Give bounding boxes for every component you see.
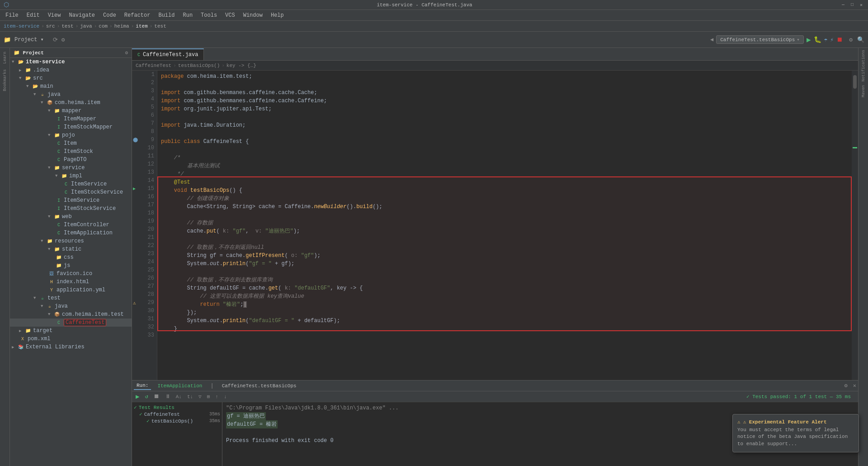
bc-item[interactable]: item	[136, 24, 147, 29]
tree-item-pagedto[interactable]: CPageDTO	[10, 156, 132, 164]
tree-item-item-service[interactable]: ▼📂item-service	[10, 58, 132, 66]
tree-item-impl[interactable]: ▼📁impl	[10, 172, 132, 180]
tree-item-java2[interactable]: ▼☕java	[10, 302, 132, 310]
tree-item-com-heima-test[interactable]: ▼📦com.heima.item.test	[10, 310, 132, 319]
tree-item-target[interactable]: ▶📁target	[10, 327, 132, 335]
run-btn[interactable]: ▶	[134, 392, 141, 401]
settings2-icon[interactable]: ⚙	[849, 36, 853, 43]
menu-window[interactable]: Window	[240, 11, 266, 19]
menu-tools[interactable]: Tools	[197, 11, 221, 19]
tree-item-item[interactable]: CItem	[10, 139, 132, 147]
right-vtab-maven[interactable]: Maven	[861, 85, 866, 97]
tree-item-itemapplication[interactable]: CItemApplication	[10, 229, 132, 237]
vtab-bookmarks[interactable]: Bookmarks	[3, 67, 7, 93]
settings-icon[interactable]: ⚙	[61, 36, 65, 43]
tree-item-mapper[interactable]: ▼📁mapper	[10, 107, 132, 115]
tree-item-pojo[interactable]: ▼📁pojo	[10, 131, 132, 139]
menu-help[interactable]: Help	[267, 11, 288, 19]
run-prev-icon[interactable]: ◀	[710, 36, 713, 43]
tree-item-itemstock[interactable]: CItemStock	[10, 147, 132, 156]
vtab-learn[interactable]: Learn	[3, 50, 7, 66]
tree-item-itemstockservice-iface[interactable]: IItemStockService	[10, 204, 132, 213]
ebread-caffeinetest[interactable]: CaffeineTest	[136, 63, 171, 68]
bc-heima[interactable]: heima	[114, 24, 129, 29]
debug-button[interactable]: 🐛	[814, 36, 821, 43]
rerun-btn[interactable]: ↺	[143, 393, 150, 400]
right-vtab-notifications[interactable]: Notifications	[861, 50, 866, 81]
bc-com[interactable]: com	[99, 24, 108, 29]
sync-icon[interactable]: ⟳	[53, 36, 58, 43]
maximize-button[interactable]: □	[849, 2, 855, 8]
tree-item-static[interactable]: ▼📁static	[10, 245, 132, 253]
test-tree-item-caffeine[interactable]: ✓ CaffeineTest 35ms	[132, 411, 222, 418]
bc-item-service[interactable]: item-service	[4, 24, 39, 29]
tree-item-itemstockmapper[interactable]: IItemStockMapper	[10, 123, 132, 131]
sorttime-btn[interactable]: t↓	[185, 394, 195, 400]
menu-navigate[interactable]: Navigate	[65, 11, 99, 19]
pause-btn[interactable]: ⏸	[163, 393, 172, 400]
ebread-method[interactable]: testBasicOps()	[178, 63, 220, 68]
prev-fail-btn[interactable]: ↑	[213, 394, 220, 400]
menu-view[interactable]: View	[44, 11, 65, 19]
menu-run[interactable]: Run	[179, 11, 196, 19]
tree-item-itemmapper[interactable]: IItemMapper	[10, 115, 132, 123]
tree-item-resources[interactable]: ▼📁resources	[10, 237, 132, 245]
tree-item-itemservice-impl[interactable]: CItemService	[10, 180, 132, 188]
tree-item-favicon[interactable]: 🖼favicon.ico	[10, 270, 132, 278]
bc-java[interactable]: java	[80, 24, 92, 29]
tab-caffeinetest[interactable]: C CaffeineTest.java	[132, 48, 204, 60]
test-tree-item-basicops[interactable]: ✓ testBasicOps() 35ms	[132, 418, 222, 424]
tree-item-web[interactable]: ▼📁web	[10, 213, 132, 221]
btab-settings[interactable]: ⚙	[844, 382, 848, 389]
run-config-selector[interactable]: CaffeineTest.testBasicOps ▾	[716, 35, 804, 44]
btab-run[interactable]: Run:	[134, 382, 151, 390]
tree-item-java[interactable]: ▼☕java	[10, 90, 132, 99]
menu-file[interactable]: File	[2, 11, 22, 19]
bc-test2[interactable]: test	[154, 24, 166, 29]
tree-item-src[interactable]: ▼📂src	[10, 74, 132, 82]
coverage-button[interactable]: ☂	[824, 36, 828, 43]
run-button[interactable]: ▶	[807, 35, 811, 44]
tree-item-itemservice-iface[interactable]: IItemService	[10, 196, 132, 204]
tree-item-application-yml[interactable]: Yapplication.yml	[10, 286, 132, 294]
bc-src[interactable]: src	[46, 24, 55, 29]
menu-edit[interactable]: Edit	[23, 11, 43, 19]
search-icon[interactable]: 🔍	[857, 36, 864, 43]
tree-item-caffeinetest[interactable]: CCaffeineTest	[10, 319, 132, 327]
tree-item-itemcontroller[interactable]: CItemController	[10, 221, 132, 229]
tree-item-css[interactable]: 📁css	[10, 253, 132, 262]
test-tree-item-root[interactable]: ✓ Test Results	[132, 404, 222, 411]
next-fail-btn[interactable]: ↓	[222, 394, 229, 400]
minimize-button[interactable]: —	[840, 2, 846, 8]
tree-item-js[interactable]: 📁js	[10, 262, 132, 270]
menu-refactor[interactable]: Refactor	[121, 11, 154, 19]
close-button[interactable]: ✕	[858, 2, 864, 8]
stop-btn[interactable]: ⏹	[152, 393, 161, 400]
tree-item-itemstockservice-impl[interactable]: CItemStockService	[10, 188, 132, 196]
sidebar-settings[interactable]: ⚙	[125, 50, 128, 56]
btab-close[interactable]: ✕	[853, 382, 856, 389]
tree-item-service[interactable]: ▼📁service	[10, 164, 132, 172]
window-controls[interactable]: — □ ✕	[840, 2, 864, 8]
ebread-lambda[interactable]: key -> {…}	[226, 63, 256, 68]
tree-item-index-html[interactable]: Hindex.html	[10, 278, 132, 286]
tree-item-ext-libs[interactable]: ▶📚External Libraries	[10, 343, 132, 351]
expand-btn[interactable]: ⊞	[205, 393, 212, 400]
btab-itemapplication[interactable]: ItemApplication	[155, 382, 205, 390]
code-content[interactable]: package com.heima.item.test; import com.…	[157, 71, 852, 380]
filter-btn[interactable]: ▽	[197, 393, 203, 400]
tree-item-com-heima[interactable]: ▼📦com.heima.item	[10, 99, 132, 107]
stop-button[interactable]: ⏹	[836, 36, 843, 43]
run-gutter-icon[interactable]: ▶	[133, 186, 136, 191]
tree-item-test[interactable]: ▼☕test	[10, 294, 132, 302]
profile-button[interactable]: ⚡	[830, 36, 834, 43]
editor-scrollbar[interactable]	[852, 71, 858, 380]
sortaz-btn[interactable]: A↓	[174, 394, 184, 400]
menu-code[interactable]: Code	[99, 11, 120, 19]
menu-vcs[interactable]: VCS	[222, 11, 239, 19]
bc-test[interactable]: test	[61, 24, 73, 29]
menu-build[interactable]: Build	[155, 11, 178, 19]
tree-item-pom[interactable]: Xpom.xml	[10, 335, 132, 343]
tree-item-main[interactable]: ▼📂main	[10, 82, 132, 90]
tree-item-idea[interactable]: ▶📁.idea	[10, 66, 132, 74]
